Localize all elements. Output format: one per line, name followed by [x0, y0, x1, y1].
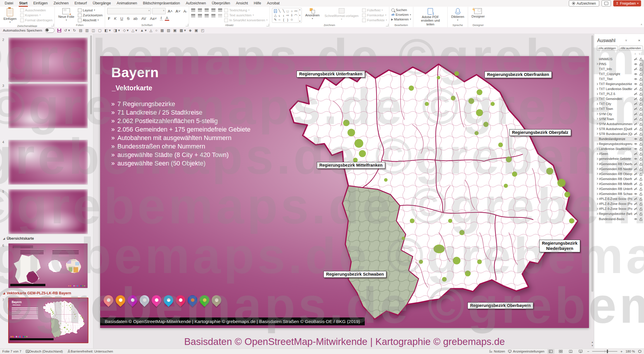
- notes-button[interactable]: Notizen: [489, 350, 505, 353]
- qat-icon[interactable]: ▧: [167, 29, 170, 32]
- slide-thumbnail-7-selected[interactable]: Bayern _Vektorkarte: [8, 298, 88, 343]
- layer-row[interactable]: #Gemeinden RB Schwaben: [594, 191, 644, 196]
- text-direction-button[interactable]: Textrichtung▾: [224, 8, 267, 12]
- expand-chevron-icon[interactable]: [596, 163, 599, 165]
- map-label-oberbayern[interactable]: Regierungsbezirk Oberbayern: [467, 302, 533, 309]
- map-pin-icon[interactable]: [114, 293, 127, 307]
- visibility-toggle-icon[interactable]: [634, 142, 638, 146]
- reading-view-button[interactable]: [567, 349, 574, 354]
- map-label-oberfranken[interactable]: Regierungsbezirk Oberfranken: [484, 71, 552, 78]
- expand-chevron-icon[interactable]: [596, 198, 599, 200]
- align-left-button[interactable]: [191, 14, 195, 17]
- expand-chevron-icon[interactable]: [596, 123, 599, 125]
- expand-chevron-icon[interactable]: [596, 118, 599, 120]
- map-pin-icon[interactable]: [198, 293, 211, 307]
- layer-row[interactable]: TXT_Info: [594, 66, 644, 71]
- quick-styles-button[interactable]: Schnellformat-vorlagen▾: [323, 8, 360, 23]
- map-pin-icon[interactable]: [210, 293, 223, 307]
- expand-chevron-icon[interactable]: [596, 208, 599, 210]
- lock-icon[interactable]: [639, 182, 643, 186]
- zoom-level[interactable]: 180 %: [626, 350, 635, 353]
- layer-row[interactable]: STR Bundesstraßen [Quelle: ...: [594, 131, 644, 136]
- save-icon[interactable]: [57, 29, 61, 32]
- grow-font-button[interactable]: A˄: [167, 9, 174, 13]
- menu-tab[interactable]: Start: [16, 0, 30, 7]
- map-pin-icon[interactable]: [150, 293, 163, 307]
- shadow-button[interactable]: ab: [132, 16, 138, 21]
- layer-row[interactable]: TXT Landkreise-Stadtkreise: [594, 87, 644, 91]
- bullets-button[interactable]: [191, 8, 195, 12]
- clear-formatting-button[interactable]: A̶: [183, 9, 187, 13]
- menu-tab[interactable]: Bildschirmpräsentation: [140, 0, 183, 7]
- slide-thumbnail-4[interactable]: [8, 140, 88, 185]
- arrange-button[interactable]: Anordnen▾: [304, 8, 321, 23]
- show-all-button[interactable]: Alle anzeigen: [597, 46, 618, 51]
- visibility-toggle-icon[interactable]: [634, 132, 638, 136]
- slide-canvas[interactable]: Bayern _Vektorkarte »7 Regierungsbezirke…: [100, 56, 589, 328]
- scroll-up-icon[interactable]: ▲: [591, 341, 594, 343]
- paste-button[interactable]: Einfügen▾: [2, 8, 18, 24]
- expand-chevron-icon[interactable]: [596, 168, 599, 170]
- reset-button[interactable]: Zurücksetzen: [78, 13, 103, 17]
- layer-row[interactable]: SYM Autobahnnummern: [594, 121, 644, 126]
- slideshow-button[interactable]: [577, 349, 584, 354]
- dictate-button[interactable]: Diktieren▾: [450, 8, 466, 22]
- close-icon[interactable]: ✕: [637, 39, 642, 42]
- section-header-active[interactable]: ◢ Vektorkarte GEM-PLZ5-LK-RB Bayern: [3, 291, 71, 295]
- expand-chevron-icon[interactable]: [596, 193, 599, 195]
- layer-row[interactable]: Landkreise-Stadtkreise (ohn...: [594, 146, 644, 151]
- thumbnails-scrollbar[interactable]: [90, 35, 92, 114]
- visibility-toggle-icon[interactable]: [634, 102, 638, 106]
- layer-row[interactable]: TXT_Titel: [594, 76, 644, 81]
- dialog-launcher-icon[interactable]: [386, 24, 388, 26]
- qat-icon[interactable]: ○: [155, 29, 157, 32]
- visibility-toggle-icon[interactable]: [634, 82, 638, 86]
- columns-button[interactable]: [218, 14, 222, 17]
- layer-row[interactable]: TXT Gemeinden: [594, 96, 644, 101]
- lock-icon[interactable]: [639, 217, 643, 221]
- qat-icon[interactable]: ▦: [160, 29, 164, 32]
- expand-chevron-icon[interactable]: [596, 133, 599, 134]
- expand-chevron-icon[interactable]: [596, 183, 599, 184]
- select-button[interactable]: Markieren▾: [391, 18, 411, 21]
- visibility-toggle-icon[interactable]: [634, 72, 638, 76]
- slide-thumbnail-6[interactable]: [8, 243, 88, 288]
- visibility-toggle-icon[interactable]: [634, 212, 638, 215]
- chevron-down-icon[interactable]: ˅: [624, 39, 628, 42]
- layer-row[interactable]: TXT Town: [594, 106, 644, 111]
- slide-title[interactable]: Bayern: [111, 64, 159, 80]
- line-spacing-button[interactable]: [218, 8, 222, 12]
- expand-chevron-icon[interactable]: [596, 128, 599, 129]
- visibility-toggle-icon[interactable]: [634, 127, 638, 131]
- menu-tab[interactable]: Hilfe: [251, 0, 264, 7]
- layer-row[interactable]: #Gemeinden RB Oberfranken: [594, 176, 644, 181]
- dialog-launcher-icon[interactable]: [266, 24, 269, 26]
- layout-button[interactable]: Layout▾: [78, 8, 103, 12]
- qat-icon[interactable]: ◰: [201, 29, 204, 32]
- shape-fill-button[interactable]: Fülleffekt▾: [362, 8, 387, 12]
- qat-icon[interactable]: ▣: [173, 29, 177, 32]
- layer-row[interactable]: Bundesland-Basis: [594, 216, 644, 221]
- replace-button[interactable]: abErsetzen▾: [391, 13, 411, 17]
- menu-tab[interactable]: Einfügen: [30, 0, 51, 7]
- visibility-toggle-icon[interactable]: [634, 122, 638, 126]
- expand-chevron-icon[interactable]: [596, 153, 599, 155]
- shape-outline-button[interactable]: Formkontur▾: [362, 13, 387, 17]
- visibility-toggle-icon[interactable]: [634, 192, 638, 196]
- copy-button[interactable]: Kopieren▾: [20, 13, 53, 17]
- expand-chevron-icon[interactable]: [596, 213, 599, 215]
- lock-icon[interactable]: [639, 192, 643, 196]
- visibility-toggle-icon[interactable]: [634, 147, 638, 151]
- expand-chevron-icon[interactable]: [596, 173, 599, 175]
- layer-row[interactable]: #Gemeinden RB Niederbay...: [594, 166, 644, 171]
- visibility-toggle-icon[interactable]: [634, 62, 638, 66]
- visibility-toggle-icon[interactable]: [634, 107, 638, 110]
- map-label-mittelfranken[interactable]: Regierungsbezirk Mittelfranken: [317, 162, 385, 169]
- menu-tab[interactable]: Ansicht: [233, 0, 251, 7]
- adobe-pdf-button[interactable]: Adobe PDF erstellen und teilen: [415, 8, 445, 26]
- font-color-button[interactable]: A: [165, 16, 169, 21]
- map-pin-icon[interactable]: [162, 293, 175, 307]
- slide-copyright-bar[interactable]: Basisdaten © OpenStreetMap-Mitwirkende |…: [100, 317, 365, 325]
- menu-tab[interactable]: Entwurf: [71, 0, 90, 7]
- justify-button[interactable]: [211, 14, 215, 17]
